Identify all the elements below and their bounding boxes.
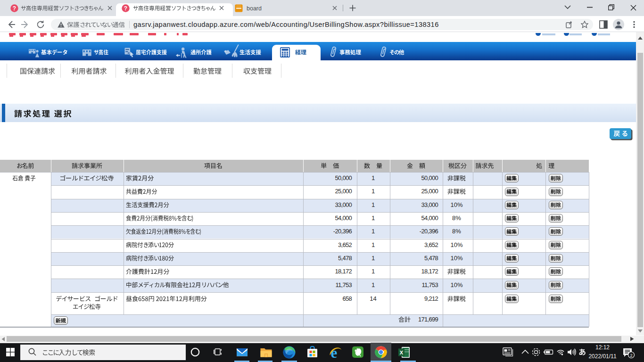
svg-text:?: ? — [13, 5, 16, 12]
svg-text:e: e — [331, 346, 338, 359]
svg-text:?: ? — [124, 5, 127, 12]
svg-text:X: X — [400, 350, 404, 355]
svg-text:2: 2 — [630, 353, 632, 358]
